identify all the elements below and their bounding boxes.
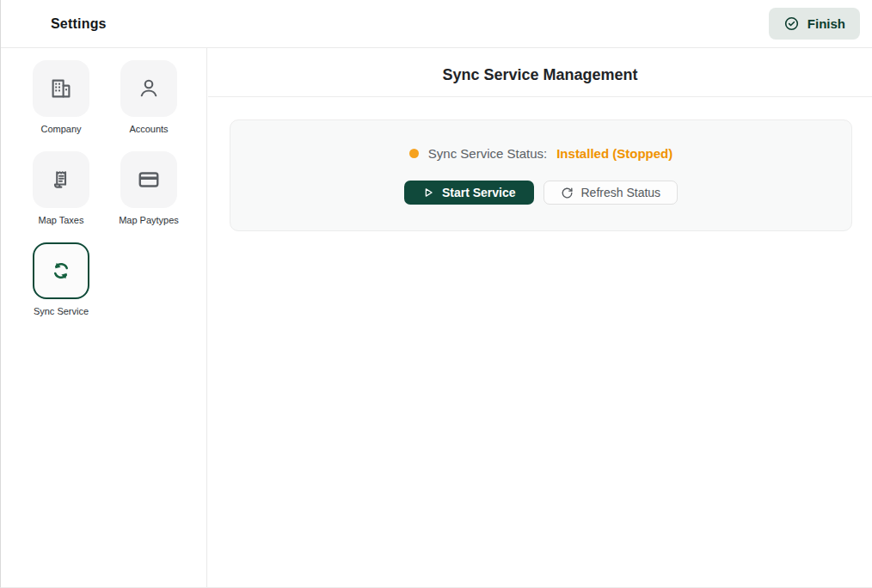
receipt-icon (48, 167, 74, 193)
map-paytypes-tile[interactable] (120, 151, 177, 208)
sync-status-card: Sync Service Status: Installed (Stopped)… (230, 119, 852, 231)
sidebar-tile-grid: Company Accounts (33, 60, 206, 316)
sidebar: Company Accounts (1, 48, 207, 587)
refresh-status-label: Refresh Status (581, 186, 661, 199)
building-icon (48, 76, 74, 101)
refresh-icon (561, 187, 574, 199)
check-circle-icon (783, 15, 800, 32)
status-indicator-dot (409, 149, 419, 158)
finish-button[interactable]: Finish (769, 8, 860, 40)
play-icon (422, 187, 434, 199)
sidebar-item-sync-service[interactable]: Sync Service (33, 242, 89, 316)
sidebar-item-map-paytypes[interactable]: Map Paytypes (120, 151, 177, 225)
person-icon (136, 76, 162, 101)
sidebar-item-label: Map Paytypes (119, 215, 179, 225)
status-label: Sync Service Status: (428, 146, 547, 161)
status-value: Installed (Stopped) (556, 146, 672, 161)
start-service-button[interactable]: Start Service (404, 181, 534, 205)
finish-button-label: Finish (808, 16, 845, 31)
sidebar-item-label: Company (40, 124, 81, 134)
section-title: Sync Service Management (208, 48, 872, 97)
accounts-tile[interactable] (120, 60, 177, 117)
start-service-label: Start Service (442, 186, 516, 199)
sidebar-item-label: Accounts (129, 124, 168, 134)
refresh-status-button[interactable]: Refresh Status (543, 181, 679, 205)
sync-icon (48, 258, 74, 284)
sidebar-item-label: Sync Service (34, 306, 89, 316)
main-content: Sync Service Management Sync Service Sta… (208, 48, 872, 587)
status-row: Sync Service Status: Installed (Stopped) (409, 146, 672, 161)
map-taxes-tile[interactable] (33, 151, 89, 208)
sync-service-tile[interactable] (33, 242, 89, 299)
sidebar-item-accounts[interactable]: Accounts (120, 60, 177, 134)
header: Settings Finish (1, 0, 872, 48)
sidebar-item-company[interactable]: Company (33, 60, 89, 134)
page-title: Settings (51, 16, 107, 32)
credit-card-icon (136, 167, 162, 193)
sidebar-item-label: Map Taxes (39, 215, 84, 225)
company-tile[interactable] (33, 60, 89, 117)
service-button-row: Start Service Refresh Status (404, 181, 678, 205)
sidebar-item-map-taxes[interactable]: Map Taxes (33, 151, 89, 225)
